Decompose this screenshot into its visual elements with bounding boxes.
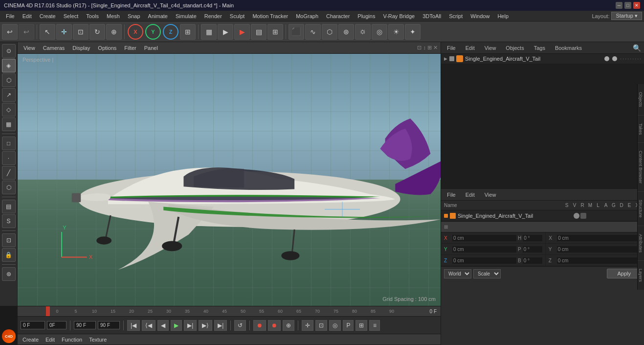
loop-btn[interactable]: ↺ (234, 320, 246, 331)
tab-takes[interactable]: Takes (638, 115, 644, 143)
timeline-more1[interactable]: ✛ (302, 320, 313, 331)
left-tool-obj[interactable]: □ (2, 137, 16, 150)
menu-animate[interactable]: Animate (144, 12, 172, 20)
left-tool-snap[interactable]: ⊡ (2, 233, 16, 247)
scale-select[interactable]: Scale (473, 269, 501, 278)
menu-select[interactable]: Select (60, 12, 83, 20)
timeline-more4[interactable]: P (343, 320, 354, 331)
menu-plugins[interactable]: Plugins (354, 12, 379, 20)
menu-file[interactable]: File (2, 12, 19, 20)
tab-attributes[interactable]: Attributes (638, 226, 644, 261)
timeline-more2[interactable]: ⊡ (315, 320, 327, 331)
render-view[interactable]: ▶ (218, 24, 233, 40)
y-pos-input[interactable] (452, 246, 516, 253)
render-active[interactable]: ▶ (234, 24, 250, 40)
nurbs-tools[interactable]: ⬡ (322, 24, 337, 40)
deformer-tools[interactable]: ⊛ (338, 24, 354, 40)
key-btn[interactable]: ⊕ (283, 320, 294, 331)
h-input[interactable] (523, 235, 542, 241)
camera-tools[interactable]: ◎ (372, 24, 387, 40)
close-button[interactable]: ✕ (633, 2, 640, 9)
render-to-po[interactable]: ▤ (251, 24, 266, 40)
left-tool-edge[interactable]: ╱ (2, 166, 16, 180)
left-tool-mode[interactable]: ◈ (2, 59, 16, 72)
z-axis-btn[interactable]: Z (163, 24, 178, 40)
d-dot[interactable] (622, 213, 627, 219)
minimize-button[interactable]: ─ (616, 2, 622, 9)
left-tool-3[interactable]: ⬡ (2, 73, 16, 87)
menu-snap[interactable]: Snap (124, 12, 144, 20)
v-dot[interactable] (580, 213, 586, 219)
left-tool-pts[interactable]: · (2, 151, 16, 165)
menu-edit[interactable]: Edit (19, 12, 36, 20)
menu-sculpt[interactable]: Sculpt (226, 12, 249, 20)
current-frame-input[interactable] (21, 321, 45, 329)
l-dot[interactable] (601, 213, 607, 219)
vt-options[interactable]: Options (95, 44, 119, 52)
move-tool[interactable]: ✛ (56, 24, 72, 40)
m-dot[interactable] (594, 213, 600, 219)
left-tool-magnet[interactable]: 🔒 (2, 248, 16, 262)
light-tools[interactable]: ☀ (388, 24, 404, 40)
tab-content-browser[interactable]: Content Browser (638, 143, 644, 192)
left-tool-uv[interactable]: S (2, 214, 16, 228)
cube-primitive[interactable]: ⬛ (289, 24, 304, 40)
z-size-input[interactable] (557, 257, 641, 264)
prop-edit[interactable]: Edit (463, 191, 478, 199)
prop-view[interactable]: View (482, 191, 499, 199)
obj-edit[interactable]: Edit (463, 44, 478, 52)
goto-end-btn[interactable]: ▶| (214, 320, 227, 331)
obj-bookmarks[interactable]: Bookmarks (552, 44, 585, 52)
p-input[interactable] (523, 246, 542, 253)
x-axis-btn[interactable]: X (128, 24, 143, 40)
mat-texture[interactable]: Texture (87, 336, 109, 343)
select-tool[interactable]: ↖ (40, 24, 55, 40)
timeline-more6[interactable]: ≡ (369, 320, 380, 331)
e-dot[interactable] (628, 213, 634, 219)
particles-tools[interactable]: ✦ (405, 24, 421, 40)
next-keyframe-btn[interactable]: ▶⟩ (199, 320, 212, 331)
y-axis-btn[interactable]: Y (145, 24, 161, 40)
world-select[interactable]: World (444, 269, 471, 278)
viewport-canvas[interactable]: Y X Perspective | Grid Spacing : 100 cm (18, 54, 441, 306)
layout-select[interactable]: Startup ▾ (611, 12, 642, 20)
left-tool-poly[interactable]: ⬡ (2, 181, 16, 194)
prev-frame-btn[interactable]: ◀ (157, 320, 169, 331)
z-pos-input[interactable] (452, 257, 516, 264)
tab-layers[interactable]: Layers (638, 261, 644, 290)
transform-tool[interactable]: ⊕ (106, 24, 122, 40)
g-dot[interactable] (615, 213, 621, 219)
menu-script[interactable]: Script (445, 12, 466, 20)
mat-create[interactable]: Create (21, 336, 41, 343)
redo-button[interactable]: ↩ (19, 24, 34, 40)
undo-button[interactable]: ↩ (2, 24, 18, 40)
menu-3dtoall[interactable]: 3DToAll (419, 12, 445, 20)
menu-window[interactable]: Window (466, 12, 493, 20)
menu-tools[interactable]: Tools (82, 12, 103, 20)
menu-mesh[interactable]: Mesh (103, 12, 124, 20)
menu-vray[interactable]: V-Ray Bridge (379, 12, 419, 20)
auto-record-btn[interactable]: ⏺ (268, 320, 281, 331)
mat-edit[interactable]: Edit (44, 336, 57, 343)
apply-button[interactable]: Apply (607, 269, 641, 278)
spline-tools[interactable]: ∿ (305, 24, 321, 40)
render-region[interactable]: ▦ (201, 24, 217, 40)
s-dot[interactable] (574, 213, 579, 219)
left-tool-4[interactable]: ↗ (2, 88, 16, 102)
end-frame-input[interactable] (74, 321, 96, 329)
vt-display[interactable]: Display (69, 44, 93, 52)
a-dot[interactable] (608, 213, 614, 219)
tab-structure[interactable]: Structure (638, 192, 644, 226)
prev-keyframe-btn[interactable]: ⟨◀ (142, 320, 155, 331)
menu-mograph[interactable]: MoGraph (292, 12, 322, 20)
left-tool-sculpt[interactable]: ⊛ (2, 267, 16, 281)
b-input[interactable] (523, 257, 542, 264)
vt-panel[interactable]: Panel (141, 44, 161, 52)
x-pos-input[interactable] (452, 235, 516, 241)
vt-filter[interactable]: Filter (121, 44, 139, 52)
timeline-more3[interactable]: ◎ (329, 320, 341, 331)
menu-help[interactable]: Help (493, 12, 512, 20)
timeline-more5[interactable]: ⊞ (355, 320, 367, 331)
mat-function[interactable]: Function (60, 336, 84, 343)
left-tool-1[interactable]: ⊙ (2, 44, 16, 58)
